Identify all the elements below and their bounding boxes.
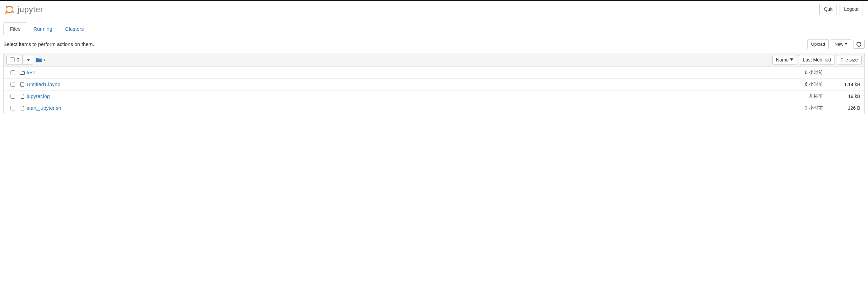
svg-point-1 <box>13 11 14 13</box>
row-modified: 1 小时前 <box>762 105 823 111</box>
action-bar: Select items to perform actions on them.… <box>3 35 865 53</box>
caret-down-icon <box>27 59 30 61</box>
file-row: Untitled1.ipynb6 小时前1.14 kB <box>4 79 864 91</box>
row-size: 126 B <box>823 105 860 111</box>
logout-button[interactable]: Logout <box>840 4 863 15</box>
file-row: test6 小时前 <box>4 67 864 79</box>
svg-rect-3 <box>20 83 21 83</box>
row-name[interactable]: jupyter.log <box>27 93 762 99</box>
sort-size-button[interactable]: File size <box>837 55 862 65</box>
row-name[interactable]: Untitled1.ipynb <box>27 81 762 87</box>
sort-name-label: Name <box>776 57 789 62</box>
header-buttons: Quit Logout <box>819 4 863 15</box>
logo[interactable]: jupyter <box>4 4 43 15</box>
tab-running[interactable]: Running <box>27 22 59 35</box>
row-checkbox-wrap <box>8 106 18 110</box>
row-checkbox[interactable] <box>10 94 15 99</box>
select-menu-button[interactable] <box>22 55 33 64</box>
row-checkbox-wrap <box>8 82 18 87</box>
refresh-icon <box>856 42 861 47</box>
row-name[interactable]: test <box>27 70 762 75</box>
refresh-button[interactable] <box>853 40 865 49</box>
select-all-checkbox[interactable] <box>10 57 15 62</box>
action-controls: Upload New <box>807 39 865 49</box>
tab-files[interactable]: Files <box>3 22 27 35</box>
row-modified: 6 小时前 <box>762 70 823 76</box>
file-panel: 0 / Name Last Modifie <box>3 53 865 114</box>
upload-button[interactable]: Upload <box>807 39 829 49</box>
breadcrumb: / <box>36 57 45 62</box>
row-size: 19 kB <box>823 94 860 99</box>
new-button-label: New <box>835 41 843 47</box>
header: jupyter Quit Logout <box>0 1 868 18</box>
main-area: Files Running Clusters Select items to p… <box>0 22 868 114</box>
panel-header: 0 / Name Last Modifie <box>4 53 864 67</box>
jupyter-logo-icon <box>4 4 15 15</box>
folder-icon[interactable] <box>36 57 42 62</box>
row-modified: 6 小时前 <box>762 81 823 87</box>
select-all-group: 0 <box>6 55 33 65</box>
row-checkbox[interactable] <box>10 82 15 87</box>
selected-count: 0 <box>17 57 19 62</box>
row-checkbox[interactable] <box>10 70 15 75</box>
caret-down-icon <box>845 43 847 45</box>
svg-rect-5 <box>20 84 21 85</box>
breadcrumb-separator: / <box>44 57 45 62</box>
row-name[interactable]: start_jupyter.sh <box>27 105 762 111</box>
row-modified: 几秒前 <box>762 93 823 99</box>
quit-button[interactable]: Quit <box>819 4 837 15</box>
svg-point-2 <box>5 12 7 14</box>
svg-rect-6 <box>20 85 21 85</box>
folder-icon <box>18 70 27 75</box>
row-size: 1.14 kB <box>823 82 860 87</box>
svg-rect-4 <box>20 83 21 84</box>
file-list: test6 小时前Untitled1.ipynb6 小时前1.14 kBjupy… <box>4 67 864 114</box>
new-button[interactable]: New <box>831 39 851 49</box>
sort-modified-button[interactable]: Last Modified <box>799 55 835 65</box>
select-hint: Select items to perform actions on them. <box>3 41 94 47</box>
select-all-button[interactable]: 0 <box>7 55 22 64</box>
arrow-down-icon <box>790 58 793 61</box>
row-checkbox-wrap <box>8 70 18 75</box>
file-row: start_jupyter.sh1 小时前126 B <box>4 102 864 114</box>
panel-header-left: 0 / <box>6 55 45 65</box>
sort-name-button[interactable]: Name <box>772 55 797 65</box>
logo-text: jupyter <box>18 5 43 14</box>
file-row: jupyter.log几秒前19 kB <box>4 91 864 102</box>
panel-header-right: Name Last Modified File size <box>772 55 862 65</box>
tabs: Files Running Clusters <box>3 22 865 35</box>
file-icon <box>18 94 27 99</box>
svg-point-0 <box>6 6 7 7</box>
tab-clusters[interactable]: Clusters <box>59 22 90 35</box>
row-checkbox-wrap <box>8 94 18 99</box>
notebook-icon <box>18 82 27 87</box>
file-icon <box>18 105 27 111</box>
row-checkbox[interactable] <box>10 106 15 110</box>
